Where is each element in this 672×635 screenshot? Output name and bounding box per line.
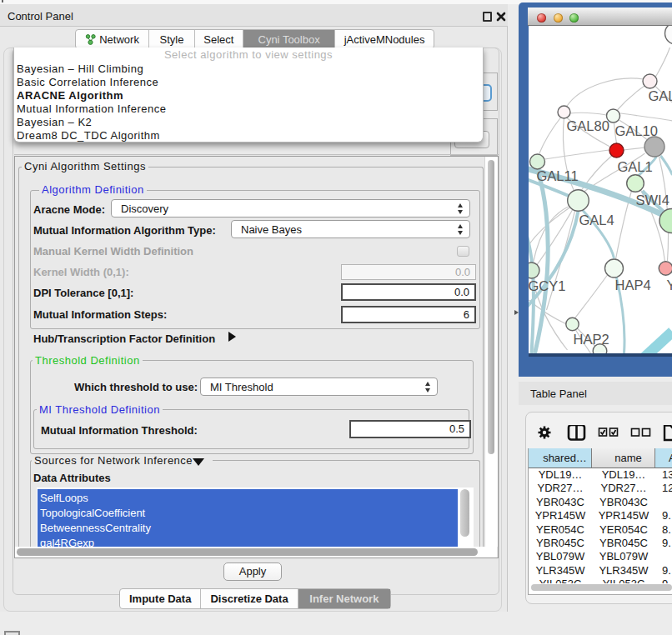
svg-text:HAP2: HAP2 — [573, 332, 609, 347]
svg-text:GAL2: GAL2 — [648, 88, 672, 103]
svg-text:GAL11: GAL11 — [536, 168, 578, 183]
svg-text:GAL10: GAL10 — [614, 123, 657, 138]
svg-text:GAL4: GAL4 — [579, 212, 614, 228]
svg-text:HAP4: HAP4 — [614, 278, 650, 292]
svg-text:GCY1: GCY1 — [529, 278, 565, 293]
svg-text:GAL1: GAL1 — [617, 159, 652, 174]
svg-text:SWI4: SWI4 — [635, 192, 669, 208]
svg-text:GAL80: GAL80 — [566, 118, 609, 133]
svg-text:YJ: YJ — [666, 278, 672, 292]
